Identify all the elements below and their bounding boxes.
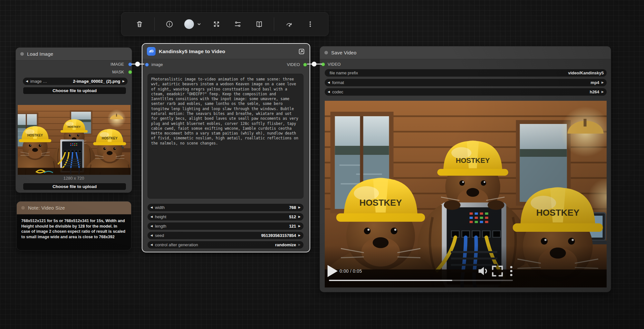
trash-icon (136, 20, 143, 28)
node-load-image[interactable]: Load Image IMAGE MASK ◀ image … 2-image_… (15, 47, 132, 193)
increment-icon[interactable]: ▶ (298, 225, 301, 228)
beavers-photo-thumbnail: HOSTKEY (18, 105, 130, 175)
combo-prev-icon[interactable]: ◀ (26, 80, 28, 83)
input-label-image: image (151, 62, 163, 67)
decrement-icon[interactable]: ◀ (150, 206, 153, 209)
color-swatch-icon (184, 19, 194, 29)
decrement-icon[interactable]: ◀ (150, 234, 153, 237)
open-book-icon (255, 20, 263, 28)
widget-value: 2-image_00002_ (2).png (73, 79, 120, 84)
kandinsky-node-header[interactable]: Kandinsky5 Image to Video (142, 44, 310, 59)
prompt-textarea[interactable] (148, 74, 303, 199)
note-text: 768x512x121 for 5s or 768x512x341 for 15… (17, 214, 131, 250)
kebab-menu-icon (307, 21, 314, 28)
input-port-video[interactable] (321, 62, 325, 66)
node-save-video[interactable]: Save Video VIDEO file name prefix video/… (320, 46, 611, 292)
more-options-button[interactable] (304, 18, 317, 31)
node-kandinsky5-image-to-video[interactable]: Kandinsky5 Image to Video image VIDEO ◀w… (142, 43, 310, 252)
video-preview[interactable]: HOSTKEY (325, 101, 607, 287)
widget-value: 951393563157854 (261, 233, 296, 238)
image-preview[interactable]: HOSTKEY (18, 105, 130, 175)
input-port-image[interactable] (145, 63, 149, 67)
prev-option-icon[interactable]: ◀ (328, 90, 330, 93)
node-note-video-size[interactable]: Note: Video Size 768x512x121 for 5s or 7… (16, 201, 131, 250)
fit-view-button[interactable] (210, 18, 223, 31)
redo-button[interactable] (283, 18, 295, 31)
widget-value: randomize (275, 242, 296, 247)
output-label-mask: MASK (112, 70, 124, 74)
delete-button[interactable] (133, 18, 146, 31)
increment-icon[interactable]: ▶ (298, 215, 301, 218)
fullscreen-button[interactable] (490, 264, 505, 278)
expand-node-button[interactable] (298, 48, 305, 55)
toolbar-divider (274, 17, 274, 31)
decrement-icon[interactable]: ◀ (150, 215, 153, 218)
volume-button[interactable] (476, 264, 490, 278)
prev-option-icon[interactable]: ◀ (328, 81, 330, 84)
fit-view-icon (213, 20, 220, 28)
node-title: Load Image (27, 51, 53, 57)
next-option-icon[interactable]: ▶ (601, 81, 604, 84)
video-controls: 0:00 / 0:05 (325, 266, 518, 277)
choose-file-button-top[interactable]: Choose file to upload (23, 87, 126, 94)
play-button[interactable] (325, 264, 340, 278)
widget-name: format (332, 80, 344, 85)
video-more-button[interactable] (505, 264, 518, 278)
widget-name: codec (332, 89, 343, 94)
toolbar-divider (154, 17, 155, 31)
widget-value: 768 (289, 205, 296, 210)
filter-settings-button[interactable] (231, 18, 244, 31)
redo-plus-icon (285, 20, 293, 28)
increment-icon[interactable]: ▶ (298, 234, 301, 237)
filter-sliders-icon (234, 20, 242, 28)
library-button[interactable] (253, 18, 265, 31)
widget-name: image … (30, 79, 47, 84)
output-port-video[interactable] (303, 63, 307, 67)
control-after-generation-widget[interactable]: ◀control after generation randomize▶ (148, 241, 303, 249)
image-resolution-label: 1280 x 720 (16, 176, 132, 181)
increment-icon[interactable]: ▶ (298, 206, 301, 209)
widget-value: 121 (289, 224, 296, 229)
output-label-image: IMAGE (111, 62, 124, 67)
selection-toolbar (121, 12, 329, 36)
combo-next-icon[interactable]: ▶ (122, 80, 125, 83)
kandinsky-logo-icon (147, 47, 156, 56)
video-time: 0:00 / 0:05 (340, 268, 362, 274)
file-name-prefix-widget[interactable]: file name prefix video/Kandinsky5 (325, 69, 607, 77)
width-widget[interactable]: ◀width 768▶ (148, 204, 303, 211)
info-button[interactable] (163, 18, 176, 31)
format-widget[interactable]: ◀format mp4▶ (325, 79, 607, 86)
output-port-mask[interactable] (128, 70, 132, 74)
choose-file-button-bottom[interactable]: Choose file to upload (23, 183, 126, 190)
seed-widget[interactable]: ◀seed 951393563157854▶ (148, 232, 303, 239)
output-port-image[interactable] (128, 62, 132, 66)
node-graph-canvas[interactable]: Load Image IMAGE MASK ◀ image … 2-image_… (0, 0, 644, 329)
decrement-icon[interactable]: ◀ (150, 243, 153, 246)
image-combo-widget[interactable]: ◀ image … 2-image_00002_ (2).png ▶ (23, 78, 128, 85)
height-widget[interactable]: ◀height 512▶ (148, 213, 303, 221)
decrement-icon[interactable]: ◀ (150, 225, 153, 228)
next-option-icon[interactable]: ▶ (601, 90, 604, 93)
wire-midpoint-dot[interactable] (135, 62, 140, 67)
save-video-node-header[interactable]: Save Video (320, 46, 611, 59)
node-status-dot (20, 52, 24, 56)
open-in-new-icon (298, 48, 305, 55)
widget-name: height (155, 214, 166, 219)
length-widget[interactable]: ◀length 121▶ (148, 222, 303, 230)
widget-value: mp4 (591, 80, 599, 85)
input-label-video: VIDEO (328, 62, 341, 67)
note-node-header[interactable]: Note: Video Size (17, 202, 131, 214)
wire-midpoint-dot[interactable] (312, 62, 317, 67)
video-progress-bar[interactable] (329, 280, 513, 281)
widget-value: video/Kandinsky5 (568, 70, 604, 75)
increment-icon[interactable]: ▶ (298, 243, 301, 246)
output-label-video: VIDEO (287, 62, 300, 67)
node-status-dot (21, 206, 25, 210)
node-status-dot (324, 51, 328, 54)
codec-widget[interactable]: ◀codec h264▶ (325, 88, 607, 96)
widget-name: seed (155, 233, 164, 238)
widget-value: 512 (289, 214, 296, 219)
node-color-picker[interactable] (184, 19, 202, 29)
node-title: Kandinsky5 Image to Video (159, 49, 225, 54)
node-load-image-header[interactable]: Load Image (16, 48, 132, 61)
